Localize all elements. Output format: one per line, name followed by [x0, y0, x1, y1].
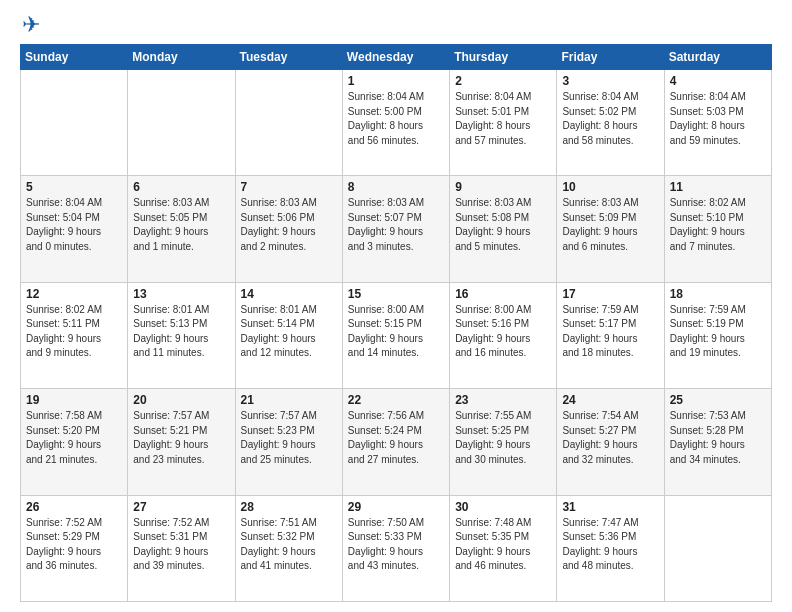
calendar-day-cell: 14Sunrise: 8:01 AM Sunset: 5:14 PM Dayli… [235, 282, 342, 388]
calendar-week-row: 26Sunrise: 7:52 AM Sunset: 5:29 PM Dayli… [21, 495, 772, 601]
day-number: 17 [562, 287, 658, 301]
calendar-empty-cell [21, 70, 128, 176]
day-info: Sunrise: 7:57 AM Sunset: 5:21 PM Dayligh… [133, 409, 229, 467]
day-info: Sunrise: 8:03 AM Sunset: 5:05 PM Dayligh… [133, 196, 229, 254]
day-info: Sunrise: 7:53 AM Sunset: 5:28 PM Dayligh… [670, 409, 766, 467]
calendar-day-cell: 18Sunrise: 7:59 AM Sunset: 5:19 PM Dayli… [664, 282, 771, 388]
day-number: 11 [670, 180, 766, 194]
calendar-day-cell: 8Sunrise: 8:03 AM Sunset: 5:07 PM Daylig… [342, 176, 449, 282]
day-header-wednesday: Wednesday [342, 45, 449, 70]
page: ✈ SundayMondayTuesdayWednesdayThursdayFr… [0, 0, 792, 612]
calendar-day-cell: 30Sunrise: 7:48 AM Sunset: 5:35 PM Dayli… [450, 495, 557, 601]
calendar-day-cell: 17Sunrise: 7:59 AM Sunset: 5:17 PM Dayli… [557, 282, 664, 388]
day-number: 23 [455, 393, 551, 407]
day-info: Sunrise: 7:51 AM Sunset: 5:32 PM Dayligh… [241, 516, 337, 574]
day-number: 25 [670, 393, 766, 407]
calendar-day-cell: 27Sunrise: 7:52 AM Sunset: 5:31 PM Dayli… [128, 495, 235, 601]
day-number: 15 [348, 287, 444, 301]
calendar-day-cell: 13Sunrise: 8:01 AM Sunset: 5:13 PM Dayli… [128, 282, 235, 388]
calendar-empty-cell [128, 70, 235, 176]
calendar-day-cell: 23Sunrise: 7:55 AM Sunset: 5:25 PM Dayli… [450, 389, 557, 495]
calendar-day-cell: 2Sunrise: 8:04 AM Sunset: 5:01 PM Daylig… [450, 70, 557, 176]
day-header-friday: Friday [557, 45, 664, 70]
calendar-day-cell: 29Sunrise: 7:50 AM Sunset: 5:33 PM Dayli… [342, 495, 449, 601]
calendar-day-cell: 10Sunrise: 8:03 AM Sunset: 5:09 PM Dayli… [557, 176, 664, 282]
calendar-day-cell: 1Sunrise: 8:04 AM Sunset: 5:00 PM Daylig… [342, 70, 449, 176]
day-number: 27 [133, 500, 229, 514]
calendar-day-cell: 31Sunrise: 7:47 AM Sunset: 5:36 PM Dayli… [557, 495, 664, 601]
day-number: 24 [562, 393, 658, 407]
day-info: Sunrise: 8:01 AM Sunset: 5:13 PM Dayligh… [133, 303, 229, 361]
day-info: Sunrise: 7:58 AM Sunset: 5:20 PM Dayligh… [26, 409, 122, 467]
day-info: Sunrise: 7:59 AM Sunset: 5:19 PM Dayligh… [670, 303, 766, 361]
day-number: 16 [455, 287, 551, 301]
day-info: Sunrise: 8:02 AM Sunset: 5:10 PM Dayligh… [670, 196, 766, 254]
logo: ✈ [20, 16, 40, 38]
calendar-day-cell: 7Sunrise: 8:03 AM Sunset: 5:06 PM Daylig… [235, 176, 342, 282]
day-info: Sunrise: 8:02 AM Sunset: 5:11 PM Dayligh… [26, 303, 122, 361]
calendar-day-cell: 9Sunrise: 8:03 AM Sunset: 5:08 PM Daylig… [450, 176, 557, 282]
day-number: 12 [26, 287, 122, 301]
calendar-day-cell: 22Sunrise: 7:56 AM Sunset: 5:24 PM Dayli… [342, 389, 449, 495]
day-info: Sunrise: 8:00 AM Sunset: 5:16 PM Dayligh… [455, 303, 551, 361]
day-number: 19 [26, 393, 122, 407]
day-info: Sunrise: 8:03 AM Sunset: 5:06 PM Dayligh… [241, 196, 337, 254]
calendar-day-cell: 24Sunrise: 7:54 AM Sunset: 5:27 PM Dayli… [557, 389, 664, 495]
day-number: 7 [241, 180, 337, 194]
day-info: Sunrise: 7:52 AM Sunset: 5:31 PM Dayligh… [133, 516, 229, 574]
calendar-week-row: 19Sunrise: 7:58 AM Sunset: 5:20 PM Dayli… [21, 389, 772, 495]
calendar-day-cell: 25Sunrise: 7:53 AM Sunset: 5:28 PM Dayli… [664, 389, 771, 495]
day-info: Sunrise: 8:03 AM Sunset: 5:08 PM Dayligh… [455, 196, 551, 254]
day-info: Sunrise: 7:50 AM Sunset: 5:33 PM Dayligh… [348, 516, 444, 574]
calendar-day-cell: 6Sunrise: 8:03 AM Sunset: 5:05 PM Daylig… [128, 176, 235, 282]
calendar-day-cell: 4Sunrise: 8:04 AM Sunset: 5:03 PM Daylig… [664, 70, 771, 176]
calendar-header-row: SundayMondayTuesdayWednesdayThursdayFrid… [21, 45, 772, 70]
day-info: Sunrise: 7:47 AM Sunset: 5:36 PM Dayligh… [562, 516, 658, 574]
day-info: Sunrise: 8:04 AM Sunset: 5:00 PM Dayligh… [348, 90, 444, 148]
day-header-saturday: Saturday [664, 45, 771, 70]
day-info: Sunrise: 7:59 AM Sunset: 5:17 PM Dayligh… [562, 303, 658, 361]
day-number: 26 [26, 500, 122, 514]
day-number: 9 [455, 180, 551, 194]
calendar-day-cell: 19Sunrise: 7:58 AM Sunset: 5:20 PM Dayli… [21, 389, 128, 495]
day-number: 14 [241, 287, 337, 301]
calendar-day-cell: 11Sunrise: 8:02 AM Sunset: 5:10 PM Dayli… [664, 176, 771, 282]
day-info: Sunrise: 8:03 AM Sunset: 5:09 PM Dayligh… [562, 196, 658, 254]
day-info: Sunrise: 8:04 AM Sunset: 5:03 PM Dayligh… [670, 90, 766, 148]
day-number: 4 [670, 74, 766, 88]
day-info: Sunrise: 7:54 AM Sunset: 5:27 PM Dayligh… [562, 409, 658, 467]
calendar-empty-cell [235, 70, 342, 176]
calendar-empty-cell [664, 495, 771, 601]
day-header-thursday: Thursday [450, 45, 557, 70]
logo-bird-icon: ✈ [22, 12, 40, 38]
calendar-day-cell: 20Sunrise: 7:57 AM Sunset: 5:21 PM Dayli… [128, 389, 235, 495]
day-number: 21 [241, 393, 337, 407]
calendar-day-cell: 15Sunrise: 8:00 AM Sunset: 5:15 PM Dayli… [342, 282, 449, 388]
day-header-tuesday: Tuesday [235, 45, 342, 70]
day-number: 29 [348, 500, 444, 514]
day-number: 18 [670, 287, 766, 301]
day-info: Sunrise: 8:04 AM Sunset: 5:01 PM Dayligh… [455, 90, 551, 148]
day-info: Sunrise: 7:55 AM Sunset: 5:25 PM Dayligh… [455, 409, 551, 467]
calendar-day-cell: 16Sunrise: 8:00 AM Sunset: 5:16 PM Dayli… [450, 282, 557, 388]
day-info: Sunrise: 7:52 AM Sunset: 5:29 PM Dayligh… [26, 516, 122, 574]
day-info: Sunrise: 8:04 AM Sunset: 5:04 PM Dayligh… [26, 196, 122, 254]
calendar-week-row: 5Sunrise: 8:04 AM Sunset: 5:04 PM Daylig… [21, 176, 772, 282]
header: ✈ [20, 16, 772, 38]
calendar-day-cell: 21Sunrise: 7:57 AM Sunset: 5:23 PM Dayli… [235, 389, 342, 495]
day-info: Sunrise: 7:56 AM Sunset: 5:24 PM Dayligh… [348, 409, 444, 467]
day-number: 22 [348, 393, 444, 407]
calendar-day-cell: 5Sunrise: 8:04 AM Sunset: 5:04 PM Daylig… [21, 176, 128, 282]
day-info: Sunrise: 7:57 AM Sunset: 5:23 PM Dayligh… [241, 409, 337, 467]
day-number: 13 [133, 287, 229, 301]
day-info: Sunrise: 7:48 AM Sunset: 5:35 PM Dayligh… [455, 516, 551, 574]
day-number: 5 [26, 180, 122, 194]
calendar: SundayMondayTuesdayWednesdayThursdayFrid… [20, 44, 772, 602]
day-header-sunday: Sunday [21, 45, 128, 70]
day-number: 2 [455, 74, 551, 88]
day-number: 20 [133, 393, 229, 407]
calendar-day-cell: 3Sunrise: 8:04 AM Sunset: 5:02 PM Daylig… [557, 70, 664, 176]
day-number: 30 [455, 500, 551, 514]
day-header-monday: Monday [128, 45, 235, 70]
day-info: Sunrise: 8:01 AM Sunset: 5:14 PM Dayligh… [241, 303, 337, 361]
